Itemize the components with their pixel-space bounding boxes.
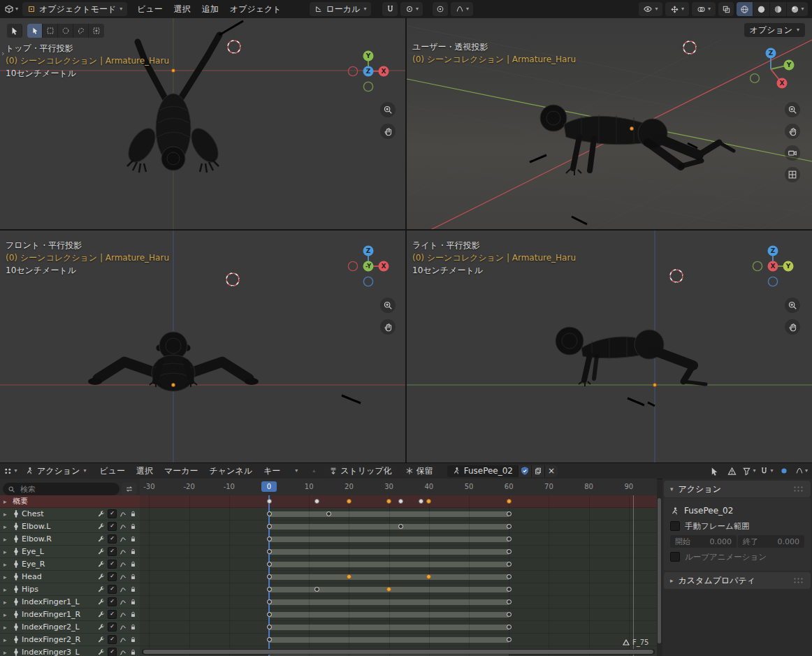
dopesheet-menu-item[interactable]: マーカー xyxy=(159,464,204,478)
horizontal-scrollbar[interactable] xyxy=(142,649,655,655)
shading-wireframe-icon[interactable] xyxy=(737,2,753,16)
channel-enable-checkbox[interactable]: ✓ xyxy=(108,547,117,556)
keyframe[interactable] xyxy=(314,499,319,504)
fcurve-graph-icon[interactable] xyxy=(119,548,127,556)
keyframe[interactable] xyxy=(267,625,272,629)
expand-icon[interactable]: ▸ xyxy=(3,511,10,518)
navigation-gizmo[interactable]: Z X -Y xyxy=(345,243,391,289)
options-dropdown[interactable]: オプション ▾ xyxy=(744,23,805,37)
keyframe[interactable] xyxy=(267,599,272,604)
viewport-top[interactable]: トップ・平行投影 (0) シーンコレクション | Armature_Haru 1… xyxy=(0,18,405,229)
channel-enable-checkbox[interactable]: ✓ xyxy=(108,572,117,581)
overlays-dropdown[interactable]: ▾ xyxy=(692,2,716,16)
channel-row[interactable]: ▸IndexFinger2_L✓ xyxy=(0,621,140,634)
lock-icon[interactable] xyxy=(129,560,137,568)
keyframe[interactable] xyxy=(267,499,272,504)
lock-icon[interactable] xyxy=(129,585,137,593)
transform-orientation-dropdown[interactable]: ローカル ▾ xyxy=(310,2,372,16)
channel-row[interactable]: ▸IndexFinger1_R✓ xyxy=(0,608,140,621)
timeline[interactable]: -30-20-100102030405060708090 0 F_75 xyxy=(140,479,657,656)
scrollbar-thumb[interactable] xyxy=(143,650,653,654)
mode-dropdown[interactable]: オブジェクトモード ▾ xyxy=(22,2,127,16)
keyframe[interactable] xyxy=(267,612,272,617)
duplicate-action-icon[interactable] xyxy=(531,465,544,477)
keyframe[interactable] xyxy=(267,637,272,642)
keyframe[interactable] xyxy=(267,549,272,554)
viewport-user[interactable]: オプション ▾ ユーザー・透視投影 (0) シーンコレクション | Armatu… xyxy=(407,18,812,229)
channel-enable-checkbox[interactable]: ✓ xyxy=(108,509,117,518)
keyframe[interactable] xyxy=(507,499,512,504)
viewport-front[interactable]: フロント・平行投影 (0) シーンコレクション | Armature_Haru … xyxy=(0,231,405,462)
modifiers-wrench-icon[interactable] xyxy=(97,611,106,619)
expand-icon[interactable]: ▸ xyxy=(3,599,10,606)
modifiers-wrench-icon[interactable] xyxy=(97,598,106,606)
only-selected-icon[interactable] xyxy=(707,465,721,477)
modifiers-wrench-icon[interactable] xyxy=(97,523,106,531)
modifiers-wrench-icon[interactable] xyxy=(97,560,106,569)
select-box-icon[interactable] xyxy=(43,24,58,38)
lock-icon[interactable] xyxy=(129,623,137,631)
zoom-icon[interactable] xyxy=(380,298,396,313)
unlink-action-icon[interactable]: × xyxy=(544,465,558,477)
lock-icon[interactable] xyxy=(129,648,137,656)
fcurve-graph-icon[interactable] xyxy=(119,611,127,619)
channel-row[interactable]: ▸Head✓ xyxy=(0,571,140,583)
modifiers-wrench-icon[interactable] xyxy=(97,585,106,594)
vertical-scrollbar[interactable] xyxy=(658,498,661,643)
expand-icon[interactable]: ▸ xyxy=(3,548,10,555)
manual-range-checkbox[interactable]: 手動フレーム範囲 xyxy=(670,518,804,534)
checkbox-icon[interactable] xyxy=(670,552,680,562)
keyframe[interactable] xyxy=(507,599,512,604)
modifiers-wrench-icon[interactable] xyxy=(97,510,106,518)
checkbox-icon[interactable] xyxy=(670,521,680,531)
keyframe[interactable] xyxy=(347,574,351,579)
frame-end-field[interactable]: 終了 0.000 xyxy=(738,535,804,548)
modifiers-wrench-icon[interactable] xyxy=(97,573,106,581)
pan-hand-icon[interactable] xyxy=(785,124,800,139)
shading-solid-icon[interactable] xyxy=(753,2,770,16)
panel-drag-grip[interactable] xyxy=(793,486,804,493)
fcurve-graph-icon[interactable] xyxy=(119,623,127,632)
timeline-canvas[interactable] xyxy=(140,495,657,656)
lock-icon[interactable] xyxy=(129,611,137,618)
gizmos-dropdown[interactable]: ▾ xyxy=(665,2,689,16)
topbar-menu-item[interactable]: オブジェクト xyxy=(224,2,287,16)
timeline-ruler[interactable]: -30-20-100102030405060708090 xyxy=(140,479,657,496)
xray-toggle[interactable] xyxy=(718,2,734,16)
keyframe[interactable] xyxy=(507,612,512,617)
keyframe[interactable] xyxy=(267,511,272,516)
lock-icon[interactable] xyxy=(129,510,137,518)
editor-type-button[interactable]: ▾ xyxy=(4,2,18,16)
channel-list[interactable]: ▸概要▸Chest✓▸Elbow.L✓▸Elbow.R✓▸Eye_L✓▸Eye_… xyxy=(0,495,140,656)
toolbar-expand-arrow[interactable]: › xyxy=(1,49,4,58)
filter-invert-icon[interactable] xyxy=(122,483,137,495)
select-tweak-icon[interactable] xyxy=(27,24,43,38)
current-frame-indicator[interactable]: 0 xyxy=(261,481,277,492)
fcurve-graph-icon[interactable] xyxy=(119,585,127,594)
select-circle-icon[interactable] xyxy=(58,24,73,38)
show-errors-icon[interactable] xyxy=(725,465,739,477)
fcurve-graph-icon[interactable] xyxy=(119,510,127,518)
shading-material-icon[interactable] xyxy=(770,2,787,16)
falloff-dropdown[interactable]: ▾ xyxy=(451,2,473,16)
search-input[interactable] xyxy=(19,484,115,494)
channel-row[interactable]: ▸IndexFinger1_L✓ xyxy=(0,596,140,608)
channel-enable-checkbox[interactable]: ✓ xyxy=(108,622,117,632)
keyframe[interactable] xyxy=(507,511,512,516)
expand-icon[interactable]: ▸ xyxy=(3,624,10,631)
keyframe[interactable] xyxy=(419,499,423,504)
topbar-menu-item[interactable]: ビュー xyxy=(131,2,168,16)
channel-row[interactable]: ▸IndexFinger3_L✓ xyxy=(0,646,140,656)
frame-marker[interactable]: F_75 xyxy=(623,639,648,646)
channel-enable-checkbox[interactable]: ✓ xyxy=(108,585,117,594)
modifiers-wrench-icon[interactable] xyxy=(97,535,106,544)
expand-icon[interactable]: ▸ xyxy=(3,611,10,618)
expand-icon[interactable]: ▸ xyxy=(3,636,10,643)
fcurve-graph-icon[interactable] xyxy=(119,648,127,656)
pan-hand-icon[interactable] xyxy=(380,124,396,139)
expand-icon[interactable]: ▸ xyxy=(3,536,10,543)
expand-icon[interactable]: ▸ xyxy=(3,561,10,568)
custom-properties-header[interactable]: ▸ カスタムプロパティ xyxy=(664,572,811,589)
expand-icon[interactable]: ▸ xyxy=(3,649,10,656)
channel-enable-checkbox[interactable]: ✓ xyxy=(108,534,117,544)
